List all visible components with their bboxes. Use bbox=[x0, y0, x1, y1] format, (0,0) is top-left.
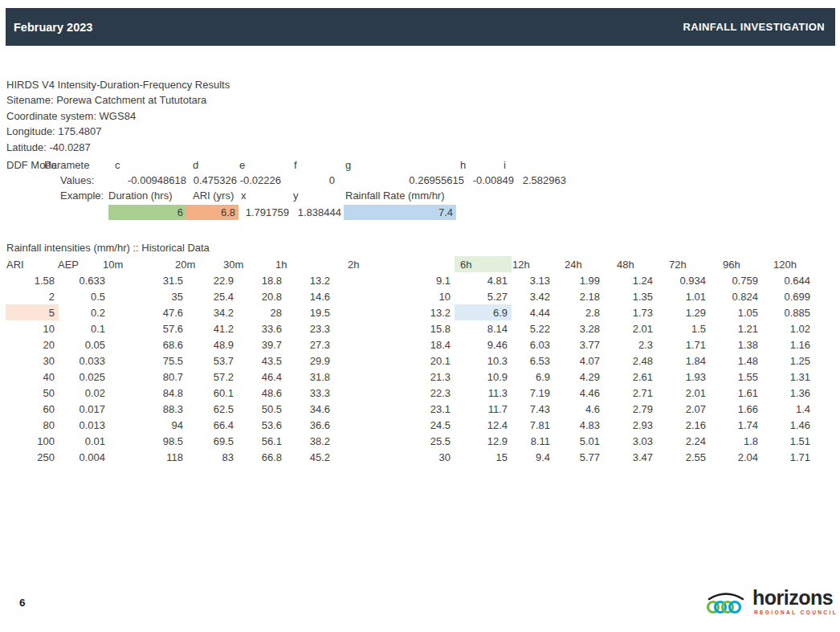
table-cell: 1.61 bbox=[710, 385, 762, 401]
x-value: 1.791759 bbox=[241, 205, 289, 220]
table-cell: 3.28 bbox=[554, 320, 604, 336]
table-cell: 2.61 bbox=[604, 369, 657, 385]
logo-name: horizons bbox=[752, 588, 838, 608]
table-cell: 10.9 bbox=[455, 369, 512, 385]
longitude-line: Longitude: 175.4807 bbox=[6, 124, 230, 139]
table-cell: 0.025 bbox=[59, 369, 109, 385]
param-letter-d: d bbox=[193, 159, 198, 171]
page-header-bar: February 2023 RAINFALL INVESTIGATION bbox=[6, 8, 835, 46]
column-header-aep: AEP bbox=[59, 256, 109, 272]
table-cell: 2.01 bbox=[657, 385, 710, 401]
table-cell: 15 bbox=[455, 449, 512, 465]
duration-header: Duration (hrs) bbox=[108, 190, 172, 202]
table-cell: 4.83 bbox=[554, 417, 604, 433]
table-cell: 1.29 bbox=[657, 304, 710, 320]
table-cell: 22.9 bbox=[187, 272, 238, 288]
table-cell: 1.21 bbox=[710, 320, 762, 336]
table-cell: 2.3 bbox=[604, 336, 657, 353]
table-cell: 2.79 bbox=[604, 401, 657, 417]
table-cell: 3.42 bbox=[512, 288, 554, 304]
table-cell: 1.01 bbox=[657, 288, 710, 304]
table-cell: 31.8 bbox=[286, 369, 334, 385]
value-h: -0.00849 bbox=[467, 173, 514, 188]
table-cell: 7.43 bbox=[512, 401, 554, 417]
table-cell: 10 bbox=[6, 320, 59, 336]
table-cell: 5.27 bbox=[455, 288, 512, 304]
table-cell: 2.24 bbox=[657, 433, 710, 449]
table-cell: 34.6 bbox=[286, 401, 334, 417]
table-cell: 8.11 bbox=[512, 433, 554, 449]
table-cell: 4.07 bbox=[554, 353, 604, 369]
horizons-logo-icon bbox=[705, 586, 747, 617]
table-cell: 25.5 bbox=[334, 433, 455, 449]
value-f: 0 bbox=[285, 173, 335, 188]
table-cell: 34.2 bbox=[187, 304, 238, 320]
column-header-12h: 12h bbox=[512, 256, 554, 272]
param-letter-h: h bbox=[460, 159, 466, 171]
table-cell: 1.46 bbox=[762, 417, 814, 433]
table-cell: 11.3 bbox=[455, 385, 512, 401]
table-cell: 1.31 bbox=[762, 369, 814, 385]
table-cell: 118 bbox=[109, 449, 187, 465]
value-g: 0.26955615 bbox=[384, 173, 464, 188]
sitename-line: Sitename: Porewa Catchment at Tututotara bbox=[6, 92, 230, 108]
table-cell: 0.033 bbox=[59, 353, 109, 369]
table-cell: 2.01 bbox=[604, 320, 657, 336]
table-cell: 0.1 bbox=[59, 320, 109, 336]
table-cell: 1.73 bbox=[604, 304, 657, 320]
table-cell: 1.74 bbox=[710, 417, 762, 433]
logo-text-group: horizons REGIONAL COUNCIL bbox=[752, 588, 838, 616]
table-cell: 4.46 bbox=[554, 385, 604, 401]
results-title: HIRDS V4 Intensity-Duration-Frequency Re… bbox=[6, 77, 230, 92]
table-cell: 9.1 bbox=[334, 272, 455, 288]
table-cell: 2.71 bbox=[604, 385, 657, 401]
table-row: 200.0568.648.939.727.318.49.466.033.772.… bbox=[6, 336, 814, 353]
table-cell: 24.5 bbox=[334, 417, 455, 433]
table-row: 50.247.634.22819.513.26.94.442.81.731.29… bbox=[6, 304, 814, 320]
table-cell: 80 bbox=[6, 417, 59, 433]
table-cell: 2.04 bbox=[710, 449, 762, 465]
param-letter-i: i bbox=[504, 159, 506, 171]
table-cell: 10 bbox=[334, 288, 455, 304]
table-cell: 1.16 bbox=[762, 336, 814, 353]
logo-subtitle: REGIONAL COUNCIL bbox=[754, 610, 838, 616]
table-cell: 68.6 bbox=[109, 336, 187, 353]
table-cell: 23.3 bbox=[286, 320, 334, 336]
value-i: 2.582963 bbox=[518, 173, 566, 188]
table-cell: 1.71 bbox=[657, 336, 710, 353]
table-cell: 0.2 bbox=[59, 304, 109, 320]
table-cell: 9.46 bbox=[455, 336, 512, 353]
report-page: February 2023 RAINFALL INVESTIGATION HIR… bbox=[0, 0, 840, 632]
table-cell: 6.9 bbox=[455, 304, 512, 320]
table-cell: 250 bbox=[6, 449, 59, 465]
table-cell: 18.4 bbox=[334, 336, 455, 353]
rainfall-rate-header: Rainfall Rate (mm/hr) bbox=[345, 190, 445, 202]
table-cell: 66.4 bbox=[187, 417, 238, 433]
column-header-ari: ARI bbox=[6, 256, 59, 272]
table-cell: 35 bbox=[109, 288, 187, 304]
coordinate-system-line: Coordinate system: WGS84 bbox=[6, 108, 230, 124]
table-cell: 46.4 bbox=[238, 369, 286, 385]
example-label: Example: bbox=[60, 190, 104, 202]
table-cell: 0.05 bbox=[59, 336, 109, 353]
column-header-72h: 72h bbox=[657, 256, 710, 272]
table-row: 600.01788.362.550.534.623.111.77.434.62.… bbox=[6, 401, 814, 417]
table-cell: 13.2 bbox=[334, 304, 455, 320]
table-cell: 41.2 bbox=[187, 320, 238, 336]
table-cell: 9.4 bbox=[512, 449, 554, 465]
table-cell: 1.5 bbox=[657, 320, 710, 336]
table-cell: 1.51 bbox=[762, 433, 814, 449]
page-number: 6 bbox=[19, 597, 26, 609]
table-cell: 0.633 bbox=[59, 272, 109, 288]
table-cell: 84.8 bbox=[109, 385, 187, 401]
table-cell: 13.2 bbox=[286, 272, 334, 288]
table-cell: 36.6 bbox=[286, 417, 334, 433]
table-cell: 0.699 bbox=[762, 288, 814, 304]
table-cell: 1.36 bbox=[762, 385, 814, 401]
table-cell: 31.5 bbox=[109, 272, 187, 288]
table-cell: 5.22 bbox=[512, 320, 554, 336]
table-row: 500.0284.860.148.633.322.311.37.194.462.… bbox=[6, 385, 814, 401]
header-date: February 2023 bbox=[14, 21, 92, 34]
table-cell: 29.9 bbox=[286, 353, 334, 369]
table-cell: 1.8 bbox=[710, 433, 762, 449]
